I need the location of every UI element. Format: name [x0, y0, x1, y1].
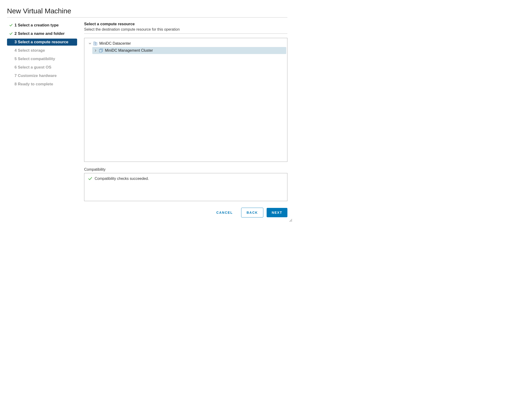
svg-rect-0 [94, 42, 95, 45]
panel-subheading: Select the destination compute resource … [84, 27, 287, 34]
tree-item-datacenter[interactable]: MiniDC Datacenter [87, 40, 286, 47]
compatibility-label: Compatibility [84, 167, 287, 172]
step-label: 8 Ready to complete [15, 82, 53, 87]
chevron-down-icon[interactable] [88, 42, 92, 45]
wizard-step-ready-complete: 8 Ready to complete [7, 81, 77, 88]
dialog-content: 1 Select a creation type 2 Select a name… [7, 22, 287, 218]
tree-item-cluster[interactable]: MiniDC Management Cluster [92, 47, 286, 54]
wizard-step-compute-resource[interactable]: 3 Select a compute resource [7, 38, 77, 45]
compatibility-status: Compatibility checks succeeded. [88, 177, 283, 181]
next-button[interactable]: NEXT [267, 208, 287, 217]
cancel-button[interactable]: CANCEL [211, 208, 238, 217]
back-button[interactable]: BACK [241, 208, 263, 218]
main-panel: Select a compute resource Select the des… [84, 22, 287, 218]
resize-grip-icon[interactable] [289, 218, 292, 223]
compute-resource-tree[interactable]: MiniDC Datacenter MiniDC Management Clus… [84, 38, 287, 162]
panel-heading: Select a compute resource [84, 22, 287, 26]
wizard-step-creation-type[interactable]: 1 Select a creation type [7, 22, 77, 29]
chevron-right-icon[interactable] [94, 49, 97, 52]
compatibility-box: Compatibility checks succeeded. [84, 173, 287, 201]
wizard-steps: 1 Select a creation type 2 Select a name… [7, 22, 77, 218]
wizard-step-guest-os: 6 Select a guest OS [7, 64, 77, 71]
wizard-step-name-folder[interactable]: 2 Select a name and folder [7, 30, 77, 37]
check-icon [8, 32, 14, 35]
datacenter-icon [93, 41, 98, 46]
tree-item-label: MiniDC Management Cluster [105, 48, 153, 52]
button-row: CANCEL BACK NEXT [84, 208, 287, 218]
step-label: 5 Select compatibility [15, 57, 55, 61]
check-icon [8, 24, 14, 27]
step-label: 7 Customize hardware [15, 74, 57, 78]
wizard-step-compatibility: 5 Select compatibility [7, 55, 77, 62]
step-label: 4 Select storage [15, 48, 45, 53]
step-label: 6 Select a guest OS [15, 65, 52, 70]
cluster-icon [98, 48, 103, 53]
check-icon [88, 177, 92, 181]
tree-item-label: MiniDC Datacenter [99, 41, 131, 45]
wizard-step-storage: 4 Select storage [7, 47, 77, 54]
new-vm-dialog: New Virtual Machine 1 Select a creation … [7, 7, 287, 218]
dialog-title: New Virtual Machine [7, 7, 287, 17]
step-label: 2 Select a name and folder [15, 31, 65, 36]
svg-rect-8 [99, 50, 102, 52]
wizard-step-customize-hardware: 7 Customize hardware [7, 72, 77, 79]
step-label: 1 Select a creation type [15, 23, 59, 28]
step-label: 3 Select a compute resource [15, 40, 68, 45]
svg-line-11 [292, 221, 292, 222]
compatibility-message: Compatibility checks succeeded. [95, 177, 149, 181]
